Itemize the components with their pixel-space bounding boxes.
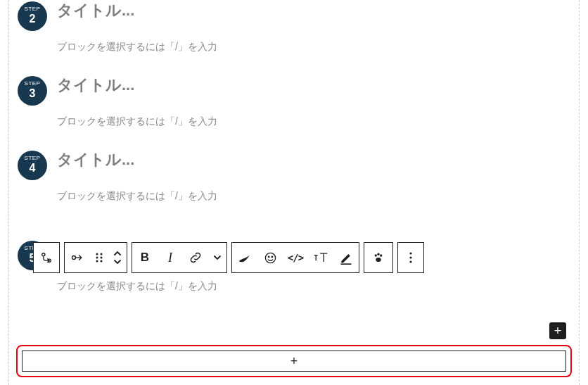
plus-icon: + <box>290 354 298 369</box>
plus-icon: + <box>554 324 562 339</box>
svg-point-16 <box>409 252 411 254</box>
emoji-icon[interactable] <box>257 243 283 272</box>
step-title-input[interactable]: タイトル... <box>57 149 570 170</box>
paragraph-icon[interactable] <box>65 243 90 272</box>
svg-point-11 <box>271 256 273 258</box>
svg-point-17 <box>409 256 411 258</box>
bold-button[interactable]: B <box>132 243 158 272</box>
text-size-icon[interactable] <box>308 243 333 272</box>
code-button[interactable]: </> <box>283 243 308 272</box>
chevron-down-icon[interactable] <box>208 243 226 272</box>
step-body-placeholder[interactable]: ブロックを選択するには「/」を入力 <box>57 190 570 203</box>
step-number: 3 <box>30 87 36 100</box>
editor-area: STEP 2 タイトル... ブロックを選択するには「/」を入力 STEP 3 … <box>8 0 580 385</box>
svg-point-2 <box>72 256 76 260</box>
step-block-4[interactable]: STEP 4 タイトル... ブロックを選択するには「/」を入力 <box>9 149 579 203</box>
step-label: STEP <box>25 81 41 87</box>
svg-point-14 <box>380 254 382 256</box>
svg-point-8 <box>101 260 103 263</box>
svg-point-13 <box>377 253 379 255</box>
link-icon[interactable] <box>183 243 208 272</box>
step-badge-2: STEP 2 <box>18 1 47 31</box>
toolbar-group-paw <box>364 242 393 273</box>
add-block-button[interactable]: + <box>22 351 566 372</box>
step-number: 4 <box>30 161 36 175</box>
step-body-placeholder[interactable]: ブロックを選択するには「/」を入力 <box>57 115 570 128</box>
svg-point-12 <box>375 254 377 256</box>
toolbar-group-transform <box>33 242 60 273</box>
highlight-icon[interactable] <box>333 243 359 272</box>
step-number: 2 <box>30 12 36 25</box>
paw-icon[interactable] <box>364 243 392 272</box>
step-badge-3: STEP 3 <box>18 76 47 106</box>
svg-point-3 <box>96 253 98 255</box>
toolbar-group-inline: B I <box>132 242 227 273</box>
step-badge-4: STEP 4 <box>18 151 47 180</box>
step-body-placeholder[interactable]: ブロックを選択するには「/」を入力 <box>57 280 570 293</box>
svg-point-0 <box>42 253 45 256</box>
step-label: STEP <box>25 156 41 161</box>
svg-point-9 <box>265 253 275 263</box>
appender-highlight: + <box>16 345 572 377</box>
more-options-icon[interactable] <box>398 243 423 272</box>
step-body-placeholder[interactable]: ブロックを選択するには「/」を入力 <box>57 41 570 53</box>
toolbar-group-movers <box>64 242 127 273</box>
svg-point-5 <box>96 257 98 259</box>
svg-point-6 <box>101 257 103 259</box>
block-type-icon[interactable] <box>34 243 59 272</box>
svg-point-7 <box>96 260 98 263</box>
step-content: タイトル... ブロックを選択するには「/」を入力 <box>57 0 570 53</box>
marker-icon[interactable] <box>232 243 257 272</box>
svg-point-15 <box>376 258 381 262</box>
step-title-input[interactable]: タイトル... <box>57 75 570 96</box>
svg-point-18 <box>409 260 411 263</box>
step-content: タイトル... ブロックを選択するには「/」を入力 <box>57 75 570 128</box>
toolbar-group-more <box>397 242 424 273</box>
toolbar-group-extras: </> <box>231 242 359 273</box>
step-block-2[interactable]: STEP 2 タイトル... ブロックを選択するには「/」を入力 <box>9 0 579 53</box>
inline-inserter-button[interactable]: + <box>549 322 566 339</box>
step-block-3[interactable]: STEP 3 タイトル... ブロックを選択するには「/」を入力 <box>9 75 579 128</box>
step-content: タイトル... ブロックを選択するには「/」を入力 <box>57 149 570 203</box>
svg-point-10 <box>268 256 269 258</box>
italic-button[interactable]: I <box>158 243 183 272</box>
drag-handle-icon[interactable] <box>90 243 108 272</box>
step-title-input[interactable]: タイトル... <box>57 0 570 21</box>
step-label: STEP <box>25 6 41 12</box>
block-toolbar: B I <box>33 242 424 273</box>
move-up-down-icon[interactable] <box>108 243 127 272</box>
svg-point-4 <box>101 253 103 255</box>
